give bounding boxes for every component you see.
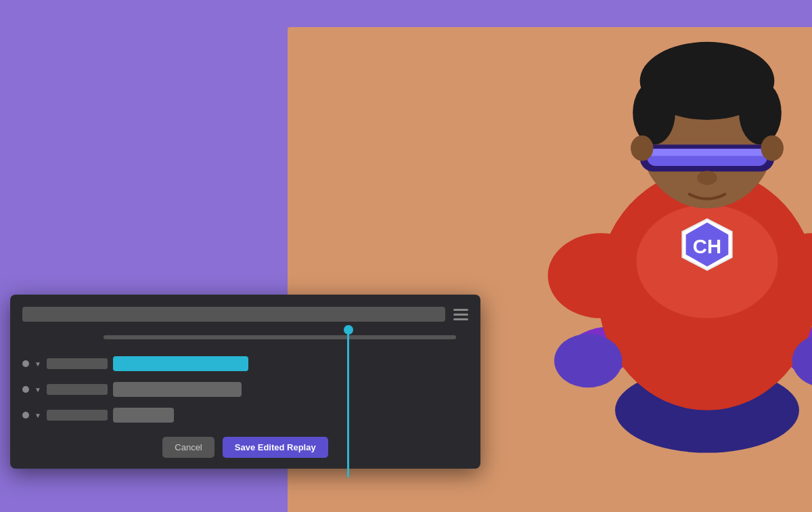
- track-label-1: [47, 358, 108, 369]
- track-dot-2: [22, 386, 29, 393]
- svg-text:CH: CH: [692, 235, 721, 257]
- track-row: ▼: [22, 380, 468, 399]
- hero-svg: CH: [511, 27, 813, 474]
- track-clip-3[interactable]: [113, 408, 174, 423]
- track-row: ▼: [22, 354, 468, 373]
- hamburger-menu-icon[interactable]: [453, 309, 468, 320]
- scrub-line[interactable]: [347, 328, 349, 477]
- track-clip-1[interactable]: [113, 356, 248, 371]
- save-edited-replay-button[interactable]: Save Edited Replay: [223, 437, 328, 458]
- timeline-area[interactable]: [22, 331, 468, 343]
- svg-point-12: [633, 81, 675, 144]
- panel-title-bar: [22, 307, 445, 322]
- svg-point-13: [739, 81, 782, 144]
- track-row: ▼: [22, 406, 468, 425]
- track-label-3: [47, 410, 108, 421]
- svg-point-18: [761, 135, 783, 161]
- svg-point-17: [631, 135, 653, 161]
- svg-point-6: [554, 334, 622, 388]
- track-chevron-2[interactable]: ▼: [35, 386, 41, 393]
- svg-point-19: [697, 171, 717, 185]
- cancel-button[interactable]: Cancel: [162, 437, 214, 458]
- track-clip-2[interactable]: [113, 382, 242, 397]
- panel-top: [22, 307, 468, 322]
- track-label-2: [47, 384, 108, 395]
- svg-rect-16: [647, 149, 767, 156]
- scrub-handle[interactable]: [344, 325, 353, 335]
- svg-point-4: [547, 233, 654, 318]
- tracks-container: ▼ ▼ ▼: [22, 354, 468, 425]
- track-chevron-3[interactable]: ▼: [35, 412, 41, 419]
- track-chevron-1[interactable]: ▼: [35, 360, 41, 368]
- panel-footer: Cancel Save Edited Replay: [22, 437, 468, 458]
- track-dot-3: [22, 412, 29, 419]
- track-dot-1: [22, 360, 29, 367]
- timeline-track: [104, 335, 456, 339]
- editor-panel: ▼ ▼ ▼ Cancel Save Edited Replay: [10, 295, 480, 469]
